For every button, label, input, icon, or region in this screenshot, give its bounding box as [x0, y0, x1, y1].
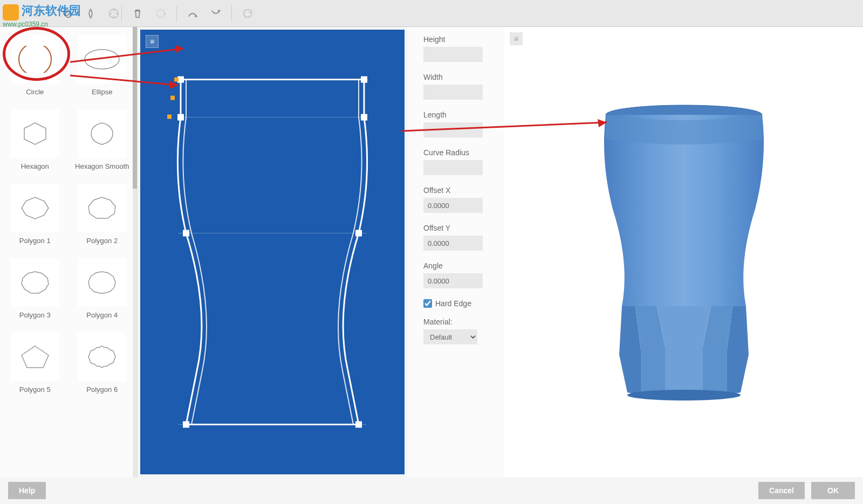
shape-label: Polygon 3 [19, 311, 51, 319]
angle-input[interactable] [423, 273, 483, 288]
control-handle[interactable] [183, 422, 189, 428]
control-handle[interactable] [361, 114, 367, 121]
control-handle[interactable] [177, 114, 184, 121]
shape-item-polygon1[interactable]: Polygon 1 [3, 181, 67, 247]
shape-item-polygon5[interactable]: Polygon 5 [3, 330, 67, 396]
help-button[interactable]: Help [8, 482, 46, 499]
footer: Help Cancel OK [0, 477, 863, 504]
shape-panel: Circle Ellipse Hexagon Hexagon Smooth Po… [0, 27, 138, 477]
shape-label: Polygon 2 [86, 237, 118, 245]
preview-menu-icon[interactable]: ≡ [510, 32, 523, 45]
svg-point-4 [19, 46, 51, 73]
width-label: Width [423, 73, 494, 81]
shape-item-circle[interactable]: Circle [3, 32, 67, 99]
level-marker[interactable] [170, 96, 175, 100]
shape-item-polygon2[interactable]: Polygon 2 [70, 181, 135, 247]
refresh-icon[interactable] [240, 6, 255, 21]
hard-edge-checkbox[interactable] [423, 299, 432, 308]
svg-point-3 [157, 9, 165, 17]
forward-icon[interactable] [29, 6, 44, 21]
length-input[interactable] [423, 122, 483, 137]
curve-up-icon[interactable] [185, 6, 200, 21]
svg-marker-11 [22, 346, 49, 368]
preview-3d [581, 101, 786, 403]
shape-label: Ellipse [92, 88, 112, 96]
material-select[interactable]: Default [423, 329, 477, 344]
shape-item-ellipse[interactable]: Ellipse [70, 32, 135, 99]
offset-y-label: Offset Y [423, 224, 494, 232]
shape-item-polygon6[interactable]: Polygon 6 [70, 330, 135, 396]
shape-label: Polygon 5 [19, 385, 51, 393]
toolbar [0, 0, 863, 27]
curve-radius-input[interactable] [423, 160, 483, 175]
length-label: Length [423, 111, 494, 119]
control-handle[interactable] [361, 77, 367, 83]
trash-icon[interactable] [130, 6, 145, 21]
properties-panel: Height Width Length Curve Radius Offset … [407, 27, 504, 477]
svg-marker-8 [88, 197, 115, 218]
shape-label: Hexagon [21, 162, 49, 170]
svg-point-19 [627, 390, 741, 401]
ok-button[interactable]: OK [811, 482, 855, 499]
svg-marker-9 [22, 272, 49, 293]
svg-point-5 [85, 50, 119, 69]
shape-item-polygon3[interactable]: Polygon 3 [3, 256, 67, 322]
tool-icon-1[interactable] [60, 6, 75, 21]
shape-item-polygon4[interactable]: Polygon 4 [70, 256, 135, 322]
offset-x-label: Offset X [423, 186, 494, 195]
shape-label: Polygon 1 [19, 237, 51, 245]
circle-tool-icon[interactable] [153, 6, 168, 21]
height-label: Height [423, 35, 494, 44]
scrollbar[interactable] [133, 27, 137, 477]
back-icon[interactable] [5, 6, 20, 21]
scale-icon[interactable] [106, 6, 121, 21]
svg-marker-6 [24, 123, 46, 144]
angle-label: Angle [423, 261, 494, 270]
svg-marker-7 [22, 197, 49, 219]
canvas-panel: ≡ [138, 27, 407, 477]
control-handle[interactable] [183, 230, 189, 237]
control-handle[interactable] [355, 230, 362, 237]
offset-x-input[interactable] [423, 198, 483, 213]
canvas-area[interactable]: ≡ [140, 30, 405, 474]
shape-item-hexagon[interactable]: Hexagon [3, 107, 67, 173]
shape-label: Hexagon Smooth [75, 162, 129, 170]
tool-icon-2[interactable] [83, 6, 98, 21]
shape-item-hexagon-smooth[interactable]: Hexagon Smooth [70, 107, 135, 173]
shape-label: Circle [26, 88, 44, 96]
level-marker[interactable] [174, 78, 179, 82]
width-input[interactable] [423, 85, 483, 100]
cancel-button[interactable]: Cancel [758, 482, 805, 499]
hard-edge-label: Hard Edge [435, 299, 471, 308]
offset-y-input[interactable] [423, 236, 483, 251]
curve-down-icon[interactable] [208, 6, 223, 21]
svg-marker-10 [88, 272, 115, 293]
level-marker[interactable] [167, 115, 172, 119]
material-label: Material: [423, 317, 494, 326]
shape-label: Polygon 6 [86, 385, 118, 393]
curve-radius-label: Curve Radius [423, 148, 494, 157]
shape-label: Polygon 4 [86, 311, 118, 319]
preview-panel[interactable]: ≡ [504, 27, 863, 477]
height-input[interactable] [423, 47, 483, 62]
control-handle[interactable] [355, 422, 362, 428]
